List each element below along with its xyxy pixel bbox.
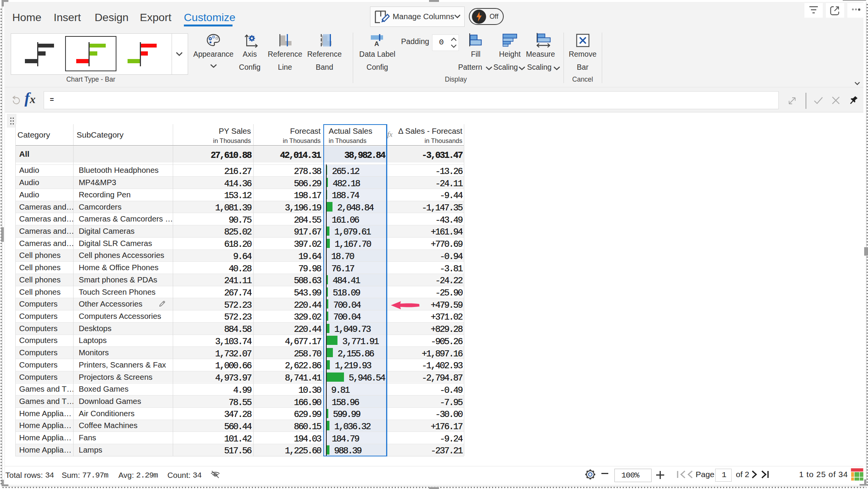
svg-text:A: A xyxy=(374,40,379,47)
